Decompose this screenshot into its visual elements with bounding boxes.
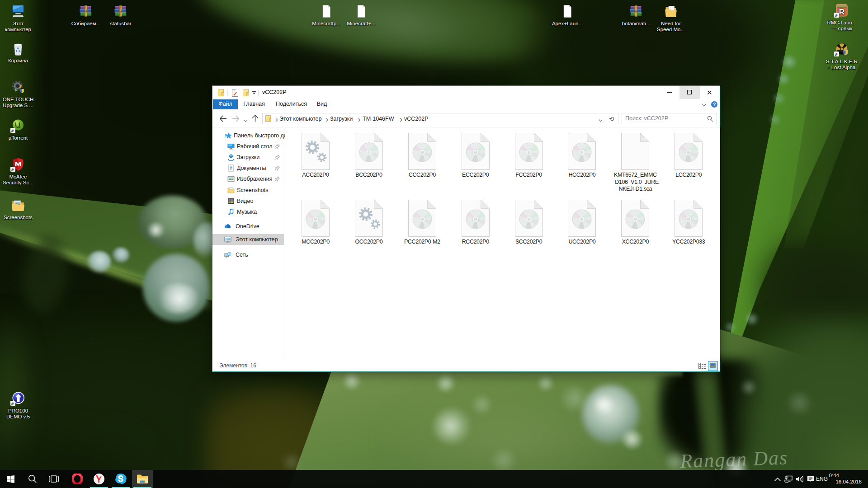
svg-text:R: R [839, 8, 844, 16]
